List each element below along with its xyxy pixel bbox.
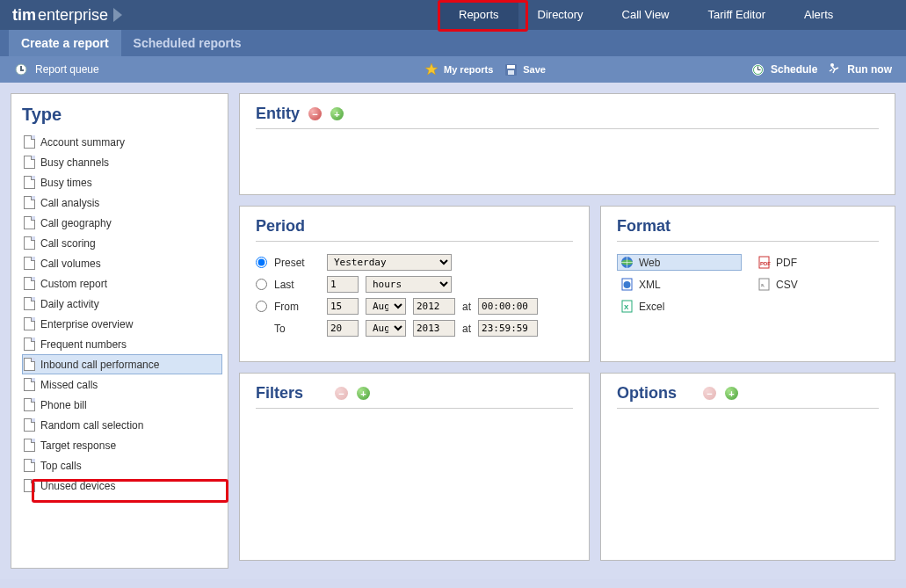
period-panel: Period Preset Yesterday Last hours <box>239 206 590 362</box>
svg-point-11 <box>830 63 834 67</box>
sub-nav: Create a report Scheduled reports <box>0 30 906 56</box>
format-grid: WebPDFPDFXMLa,CSVXExcel <box>617 242 879 315</box>
document-icon <box>24 398 35 411</box>
schedule-button[interactable]: Schedule <box>751 62 817 76</box>
period-from-year[interactable] <box>413 298 455 315</box>
type-item[interactable]: Random call selection <box>22 415 222 435</box>
type-item-label: Busy times <box>40 177 92 189</box>
period-from-at: at <box>462 301 471 313</box>
period-preset-radio[interactable] <box>256 257 267 268</box>
type-item[interactable]: Daily activity <box>22 294 222 314</box>
svg-text:a,: a, <box>761 282 765 287</box>
svg-rect-5 <box>507 65 515 69</box>
period-last-unit[interactable]: hours <box>366 276 452 293</box>
type-item-label: Daily activity <box>40 298 99 310</box>
format-option-xml[interactable]: XML <box>617 276 742 293</box>
filters-remove-icon[interactable]: − <box>335 387 348 400</box>
document-icon <box>24 317 35 330</box>
nav-reports[interactable]: Reports <box>439 0 518 29</box>
type-item-label: Frequent numbers <box>40 338 127 351</box>
format-option-csv[interactable]: a,CSV <box>754 276 879 293</box>
document-icon <box>24 479 35 492</box>
type-item[interactable]: Top calls <box>22 455 222 475</box>
content: Type Account summaryBusy channelsBusy ti… <box>0 83 906 579</box>
type-item-label: Call scoring <box>40 237 96 250</box>
type-item-label: Target response <box>40 439 116 452</box>
period-preset-select[interactable]: Yesterday <box>327 254 452 271</box>
excel-icon: X <box>620 300 634 313</box>
period-title: Period <box>256 217 305 236</box>
type-item[interactable]: Busy times <box>22 172 222 192</box>
format-option-web[interactable]: Web <box>617 254 742 271</box>
type-item-label: Random call selection <box>40 419 143 432</box>
filters-panel: Filters − + <box>239 373 590 561</box>
document-icon <box>24 358 35 371</box>
type-title: Type <box>22 105 224 125</box>
nav-call-view[interactable]: Call View <box>603 0 689 29</box>
type-item[interactable]: Busy channels <box>22 152 222 172</box>
format-label: Web <box>639 257 660 269</box>
period-to-day[interactable] <box>327 320 359 337</box>
period-to-month[interactable]: Aug <box>366 320 406 337</box>
nav-directory[interactable]: Directory <box>518 0 603 29</box>
period-to-time[interactable] <box>478 320 538 337</box>
type-item[interactable]: Frequent numbers <box>22 334 222 354</box>
run-now-button[interactable]: Run now <box>828 62 892 76</box>
type-item[interactable]: Call scoring <box>22 233 222 253</box>
nav-alerts[interactable]: Alerts <box>785 0 852 29</box>
format-panel: Format WebPDFPDFXMLa,CSVXExcel <box>600 206 895 362</box>
format-option-excel[interactable]: XExcel <box>617 298 742 315</box>
format-label: XML <box>639 279 661 291</box>
type-item[interactable]: Target response <box>22 435 222 455</box>
period-last-value[interactable] <box>327 276 359 293</box>
format-option-pdf[interactable]: PDFPDF <box>754 254 879 271</box>
period-from-radio[interactable] <box>256 301 267 312</box>
tab-scheduled-reports[interactable]: Scheduled reports <box>121 30 254 56</box>
star-icon <box>424 62 439 76</box>
nav-tariff-editor[interactable]: Tariff Editor <box>689 0 786 29</box>
type-item-label: Inbound call performance <box>40 359 159 371</box>
filters-add-icon[interactable]: + <box>357 387 370 400</box>
options-remove-icon[interactable]: − <box>703 387 716 400</box>
type-item[interactable]: Inbound call performance <box>22 354 222 374</box>
period-from-month[interactable]: Aug <box>366 298 406 315</box>
save-button[interactable]: Save <box>504 62 546 76</box>
type-item[interactable]: Enterprise overview <box>22 314 222 334</box>
entity-remove-icon[interactable]: − <box>308 107 322 120</box>
type-item[interactable]: Account summary <box>22 132 222 152</box>
entity-title: Entity <box>256 105 300 123</box>
entity-add-icon[interactable]: + <box>330 107 344 120</box>
type-panel: Type Account summaryBusy channelsBusy ti… <box>11 93 228 569</box>
tab-create-report[interactable]: Create a report <box>9 30 121 56</box>
options-title: Options <box>617 384 677 403</box>
type-item[interactable]: Missed calls <box>22 374 222 395</box>
my-reports-link[interactable]: My reports <box>424 62 493 76</box>
run-icon <box>828 62 842 76</box>
pdf-icon: PDF <box>757 256 771 269</box>
type-item[interactable]: Call geography <box>22 213 222 233</box>
period-from-time[interactable] <box>478 298 538 315</box>
options-add-icon[interactable]: + <box>725 387 738 400</box>
format-label: Excel <box>639 301 664 313</box>
type-list[interactable]: Account summaryBusy channelsBusy timesCa… <box>22 132 224 543</box>
period-from-day[interactable] <box>327 298 359 315</box>
period-to-year[interactable] <box>413 320 455 337</box>
report-queue-link[interactable]: Report queue <box>35 63 99 76</box>
type-item[interactable]: Call analysis <box>22 192 222 213</box>
document-icon <box>24 459 35 472</box>
type-item[interactable]: Call volumes <box>22 253 222 273</box>
report-toolbar: Report queue My reports Save Schedule Ru… <box>0 56 906 83</box>
type-item-label: Call analysis <box>40 197 99 209</box>
save-icon <box>504 62 518 76</box>
svg-text:PDF: PDF <box>760 261 771 266</box>
document-icon <box>24 176 35 189</box>
type-item[interactable]: Phone bill <box>22 395 222 415</box>
type-item[interactable]: Custom report <box>22 273 222 294</box>
type-item[interactable]: Unused devices <box>22 475 222 496</box>
filters-title: Filters <box>256 384 303 403</box>
svg-rect-6 <box>508 70 514 75</box>
period-last-radio[interactable] <box>256 279 267 290</box>
document-icon <box>24 277 35 290</box>
brand-arrow-icon <box>113 8 122 22</box>
svg-text:X: X <box>624 303 629 311</box>
